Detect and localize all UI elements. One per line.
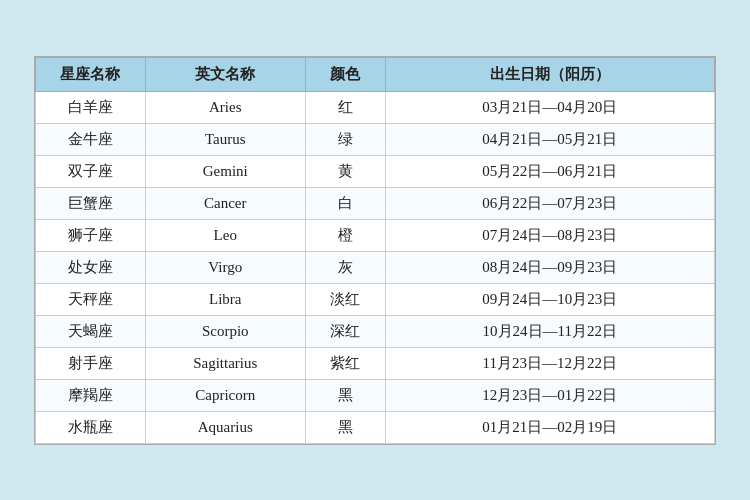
cell-color: 灰 [305,251,385,283]
cell-en: Aquarius [145,411,305,443]
table-row: 天蝎座Scorpio深红10月24日—11月22日 [36,315,715,347]
cell-date: 09月24日—10月23日 [385,283,714,315]
cell-date: 05月22日—06月21日 [385,155,714,187]
table-row: 狮子座Leo橙07月24日—08月23日 [36,219,715,251]
cell-zh: 射手座 [36,347,146,379]
table-row: 天秤座Libra淡红09月24日—10月23日 [36,283,715,315]
cell-date: 12月23日—01月22日 [385,379,714,411]
cell-en: Leo [145,219,305,251]
cell-en: Libra [145,283,305,315]
cell-zh: 水瓶座 [36,411,146,443]
cell-zh: 天秤座 [36,283,146,315]
cell-en: Capricorn [145,379,305,411]
table-row: 处女座Virgo灰08月24日—09月23日 [36,251,715,283]
cell-color: 白 [305,187,385,219]
table-row: 摩羯座Capricorn黑12月23日—01月22日 [36,379,715,411]
cell-date: 06月22日—07月23日 [385,187,714,219]
table-header-row: 星座名称 英文名称 颜色 出生日期（阳历） [36,57,715,91]
cell-color: 紫红 [305,347,385,379]
cell-zh: 摩羯座 [36,379,146,411]
cell-date: 04月21日—05月21日 [385,123,714,155]
cell-color: 淡红 [305,283,385,315]
table-row: 巨蟹座Cancer白06月22日—07月23日 [36,187,715,219]
zodiac-table: 星座名称 英文名称 颜色 出生日期（阳历） 白羊座Aries红03月21日—04… [35,57,715,444]
cell-en: Aries [145,91,305,123]
header-date: 出生日期（阳历） [385,57,714,91]
header-en: 英文名称 [145,57,305,91]
header-zh: 星座名称 [36,57,146,91]
cell-date: 11月23日—12月22日 [385,347,714,379]
cell-color: 红 [305,91,385,123]
cell-date: 07月24日—08月23日 [385,219,714,251]
cell-color: 黄 [305,155,385,187]
cell-color: 黑 [305,411,385,443]
cell-date: 08月24日—09月23日 [385,251,714,283]
cell-zh: 金牛座 [36,123,146,155]
cell-en: Gemini [145,155,305,187]
cell-zh: 天蝎座 [36,315,146,347]
table-row: 水瓶座Aquarius黑01月21日—02月19日 [36,411,715,443]
table-row: 金牛座Taurus绿04月21日—05月21日 [36,123,715,155]
cell-zh: 双子座 [36,155,146,187]
cell-date: 01月21日—02月19日 [385,411,714,443]
cell-color: 深红 [305,315,385,347]
cell-color: 黑 [305,379,385,411]
cell-color: 绿 [305,123,385,155]
table-row: 白羊座Aries红03月21日—04月20日 [36,91,715,123]
cell-date: 10月24日—11月22日 [385,315,714,347]
cell-zh: 白羊座 [36,91,146,123]
table-row: 射手座Sagittarius紫红11月23日—12月22日 [36,347,715,379]
zodiac-table-container: 星座名称 英文名称 颜色 出生日期（阳历） 白羊座Aries红03月21日—04… [34,56,716,445]
cell-date: 03月21日—04月20日 [385,91,714,123]
cell-zh: 巨蟹座 [36,187,146,219]
cell-zh: 狮子座 [36,219,146,251]
cell-en: Taurus [145,123,305,155]
cell-en: Cancer [145,187,305,219]
cell-en: Sagittarius [145,347,305,379]
cell-en: Scorpio [145,315,305,347]
table-row: 双子座Gemini黄05月22日—06月21日 [36,155,715,187]
header-color: 颜色 [305,57,385,91]
cell-en: Virgo [145,251,305,283]
cell-zh: 处女座 [36,251,146,283]
cell-color: 橙 [305,219,385,251]
